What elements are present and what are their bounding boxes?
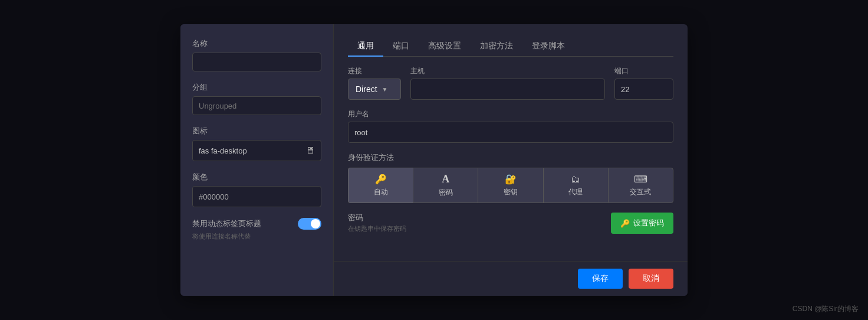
password-title: 密码: [348, 213, 406, 223]
tab-general[interactable]: 通用: [348, 36, 383, 56]
dialog-footer: 保存 取消: [334, 261, 688, 296]
auth-auto-label: 自动: [374, 187, 388, 197]
interactive-icon: ⌨: [634, 174, 647, 185]
connection-row: 连接 Direct ▼ 主机 端口: [348, 66, 673, 100]
username-label: 用户名: [348, 109, 673, 119]
set-password-button[interactable]: 🔑 设置密码: [611, 213, 673, 234]
password-group: 密码 在钥匙串中保存密码: [348, 213, 406, 233]
auth-password-btn[interactable]: A 密码: [413, 168, 478, 203]
dynamic-tab-toggle[interactable]: [298, 218, 321, 230]
icon-label: 图标: [192, 126, 321, 136]
connection-value: Direct: [356, 84, 377, 94]
auth-section: 身份验证方法 🔑 自动 A 密码 🔐 密钥 🗂: [348, 152, 673, 203]
tab-login-script[interactable]: 登录脚本: [522, 36, 574, 56]
color-input-row[interactable]: #000000: [192, 186, 321, 207]
host-group: 主机: [410, 66, 605, 100]
group-select[interactable]: [192, 96, 321, 115]
name-field-group: 名称: [192, 38, 321, 71]
toggle-row: 禁用动态标签页标题 将使用连接名称代替: [192, 218, 321, 241]
watermark: CSDN @陈Sir的博客: [793, 304, 859, 314]
connection-label: 连接: [348, 66, 401, 76]
desktop-icon: 🖥: [305, 145, 315, 156]
save-button[interactable]: 保存: [578, 269, 623, 289]
auth-label: 身份验证方法: [348, 152, 673, 163]
auto-icon: 🔑: [375, 174, 387, 185]
auth-buttons: 🔑 自动 A 密码 🔐 密钥 🗂 代理: [348, 168, 673, 203]
tab-advanced[interactable]: 高级设置: [419, 36, 471, 56]
icon-field-group: 图标 fas fa-desktop 🖥: [192, 126, 321, 161]
chevron-down-icon: ▼: [382, 86, 388, 93]
connection-dropdown[interactable]: Direct ▼: [348, 79, 401, 100]
color-value: #000000: [199, 192, 229, 201]
agent-icon: 🗂: [571, 174, 580, 185]
group-field-group: 分组: [192, 82, 321, 115]
right-panel: 通用 端口 高级设置 加密方法 登录脚本 连接 Direct ▼ 主机: [334, 24, 688, 296]
icon-value: fas fa-desktop: [199, 146, 301, 155]
auth-key-btn[interactable]: 🔐 密钥: [478, 168, 542, 203]
username-group: 用户名: [348, 109, 673, 143]
color-field-group: 颜色 #000000: [192, 172, 321, 207]
username-input[interactable]: [348, 122, 673, 143]
key-set-icon: 🔑: [620, 219, 630, 228]
tab-encryption[interactable]: 加密方法: [471, 36, 522, 56]
auth-auto-btn[interactable]: 🔑 自动: [348, 168, 413, 203]
key-icon: 🔐: [505, 174, 517, 185]
name-label: 名称: [192, 38, 321, 49]
password-icon: A: [442, 173, 449, 185]
port-label: 端口: [614, 66, 673, 76]
tab-port[interactable]: 端口: [383, 36, 419, 56]
port-input[interactable]: [614, 79, 673, 100]
port-group: 端口: [614, 66, 673, 100]
name-input[interactable]: [192, 53, 321, 71]
group-label: 分组: [192, 82, 321, 93]
cancel-button[interactable]: 取消: [629, 269, 673, 289]
password-row: 密码 在钥匙串中保存密码 🔑 设置密码: [348, 213, 673, 234]
color-label: 颜色: [192, 172, 321, 182]
connection-group: 连接 Direct ▼: [348, 66, 401, 100]
left-panel: 名称 分组 图标 fas fa-desktop 🖥 颜色 #000000: [180, 24, 334, 296]
password-subtitle: 在钥匙串中保存密码: [348, 224, 406, 233]
auth-interactive-btn[interactable]: ⌨ 交互式: [608, 168, 673, 203]
auth-agent-btn[interactable]: 🗂 代理: [543, 168, 608, 203]
auth-agent-label: 代理: [568, 187, 583, 197]
icon-input-row[interactable]: fas fa-desktop 🖥: [192, 140, 321, 161]
host-input[interactable]: [410, 79, 605, 100]
auth-key-label: 密钥: [504, 187, 518, 197]
auth-password-label: 密码: [439, 188, 453, 198]
toggle-title: 禁用动态标签页标题: [192, 218, 261, 229]
auth-interactive-label: 交互式: [630, 187, 651, 197]
host-label: 主机: [410, 66, 605, 76]
toggle-header: 禁用动态标签页标题: [192, 218, 321, 230]
tab-bar: 通用 端口 高级设置 加密方法 登录脚本: [348, 36, 673, 57]
toggle-subtitle: 将使用连接名称代替: [192, 232, 321, 241]
set-password-label: 设置密码: [633, 218, 664, 228]
